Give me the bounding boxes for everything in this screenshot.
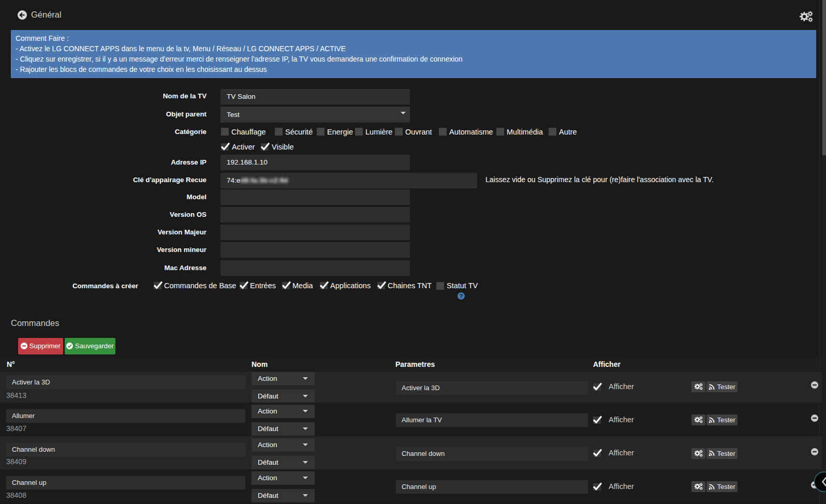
svg-text:?: ?	[460, 293, 463, 299]
